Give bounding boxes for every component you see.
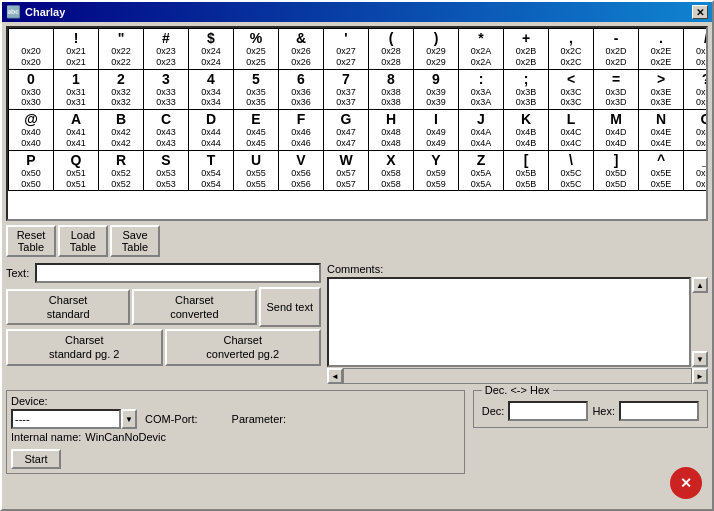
comments-scrollbar-down[interactable]: ▼: [692, 351, 708, 367]
char-cell[interactable]: U0x550x55: [234, 150, 279, 191]
dec-input[interactable]: [508, 401, 588, 421]
char-cell[interactable]: J0x4A0x4A: [459, 110, 504, 151]
main-window: 🔤 Charlay ✕ 0x200x20!0x210x21"0x220x22#0…: [0, 0, 714, 511]
char-cell[interactable]: G0x470x47: [324, 110, 369, 151]
char-cell[interactable]: ]0x5D0x5D: [594, 150, 639, 191]
close-button[interactable]: ✕: [692, 5, 708, 19]
char-cell[interactable]: /0x2F0x2F: [684, 29, 709, 70]
comments-scrollbar-right[interactable]: ►: [692, 368, 708, 384]
char-cell[interactable]: !0x210x21: [54, 29, 99, 70]
right-panel: Comments: ▲ ▼ ◄ ►: [327, 263, 708, 384]
char-cell[interactable]: A0x410x41: [54, 110, 99, 151]
char-cell[interactable]: F0x460x46: [279, 110, 324, 151]
char-cell[interactable]: Y0x590x59: [414, 150, 459, 191]
char-cell[interactable]: L0x4C0x4C: [549, 110, 594, 151]
char-cell[interactable]: O0x4F0x4F: [684, 110, 709, 151]
comments-scrollbar-track: [343, 368, 692, 384]
charset-converted-button[interactable]: Charset converted: [132, 289, 256, 326]
device-row: ▼ COM-Port: Parameter:: [11, 409, 460, 429]
char-cell[interactable]: +0x2B0x2B: [504, 29, 549, 70]
char-cell[interactable]: 20x320x32: [99, 69, 144, 110]
internal-name-label: Internal name:: [11, 431, 81, 443]
char-cell[interactable]: _0x5F0x5F: [684, 150, 709, 191]
char-cell[interactable]: 40x340x34: [189, 69, 234, 110]
char-cell[interactable]: ?0x3F0x3F: [684, 69, 709, 110]
char-cell[interactable]: N0x4E0x4E: [639, 110, 684, 151]
char-cell[interactable]: 50x350x35: [234, 69, 279, 110]
char-cell[interactable]: W0x570x57: [324, 150, 369, 191]
internal-name-value: WinCanNoDevic: [85, 431, 166, 443]
char-cell[interactable]: )0x290x29: [414, 29, 459, 70]
char-cell[interactable]: 70x370x37: [324, 69, 369, 110]
char-cell[interactable]: '0x270x27: [324, 29, 369, 70]
char-cell[interactable]: %0x250x25: [234, 29, 279, 70]
comments-textarea[interactable]: [327, 277, 691, 367]
char-cell[interactable]: Z0x5A0x5A: [459, 150, 504, 191]
comments-scrollbar-left[interactable]: ◄: [327, 368, 343, 384]
char-cell[interactable]: *0x2A0x2A: [459, 29, 504, 70]
char-cell[interactable]: 80x380x38: [369, 69, 414, 110]
char-cell[interactable]: <0x3C0x3C: [549, 69, 594, 110]
char-cell[interactable]: T0x540x54: [189, 150, 234, 191]
char-cell[interactable]: ,0x2C0x2C: [549, 29, 594, 70]
char-cell[interactable]: I0x490x49: [414, 110, 459, 151]
char-cell[interactable]: X0x580x58: [369, 150, 414, 191]
device-select[interactable]: [11, 409, 121, 429]
char-cell[interactable]: -0x2D0x2D: [594, 29, 639, 70]
char-cell[interactable]: 10x310x31: [54, 69, 99, 110]
char-cell[interactable]: ^0x5E0x5E: [639, 150, 684, 191]
char-cell[interactable]: (0x280x28: [369, 29, 414, 70]
char-cell[interactable]: D0x440x44: [189, 110, 234, 151]
char-cell[interactable]: K0x4B0x4B: [504, 110, 549, 151]
char-cell[interactable]: ;0x3B0x3B: [504, 69, 549, 110]
load-table-button[interactable]: LoadTable: [58, 225, 108, 257]
device-dropdown-button[interactable]: ▼: [121, 409, 137, 429]
char-cell[interactable]: @0x400x40: [9, 110, 54, 151]
char-cell[interactable]: 30x330x33: [144, 69, 189, 110]
charset-standard-pg2-button[interactable]: Charset standard pg. 2: [6, 329, 163, 366]
char-cell[interactable]: #0x230x23: [144, 29, 189, 70]
char-cell[interactable]: "0x220x22: [99, 29, 144, 70]
char-cell[interactable]: 60x360x36: [279, 69, 324, 110]
char-cell[interactable]: >0x3E0x3E: [639, 69, 684, 110]
char-cell[interactable]: S0x530x53: [144, 150, 189, 191]
charset-converted-pg2-button[interactable]: Charset converted pg.2: [165, 329, 322, 366]
internal-name-row: Internal name: WinCanNoDevic: [11, 431, 460, 443]
window-title: Charlay: [25, 6, 65, 18]
char-cell[interactable]: =0x3D0x3D: [594, 69, 639, 110]
char-cell[interactable]: 90x390x39: [414, 69, 459, 110]
char-cell[interactable]: 00x300x30: [9, 69, 54, 110]
char-cell[interactable]: P0x500x50: [9, 150, 54, 191]
char-cell[interactable]: $0x240x24: [189, 29, 234, 70]
com-port-label: COM-Port:: [145, 413, 198, 425]
char-cell[interactable]: 0x200x20: [9, 29, 54, 70]
char-cell[interactable]: E0x450x45: [234, 110, 279, 151]
hex-input[interactable]: [619, 401, 699, 421]
send-text-button[interactable]: Send text: [259, 287, 321, 327]
char-cell[interactable]: :0x3A0x3A: [459, 69, 504, 110]
char-cell[interactable]: H0x480x48: [369, 110, 414, 151]
char-cell[interactable]: B0x420x42: [99, 110, 144, 151]
dec-hex-title: Dec. <-> Hex: [482, 384, 553, 396]
char-cell[interactable]: &0x260x26: [279, 29, 324, 70]
charset-standard-button[interactable]: Charset standard: [6, 289, 130, 326]
char-cell[interactable]: \0x5C0x5C: [549, 150, 594, 191]
text-input[interactable]: [35, 263, 321, 283]
text-label: Text:: [6, 267, 31, 279]
close-circle-button[interactable]: ✕: [670, 467, 702, 499]
char-cell[interactable]: M0x4D0x4D: [594, 110, 639, 151]
toolbar: ResetTable LoadTable SaveTable: [6, 225, 708, 257]
reset-table-button[interactable]: ResetTable: [6, 225, 56, 257]
left-panel: Text: Charset standard Charset converted…: [6, 263, 321, 384]
char-cell[interactable]: C0x430x43: [144, 110, 189, 151]
char-cell[interactable]: .0x2E0x2E: [639, 29, 684, 70]
char-cell[interactable]: R0x520x52: [99, 150, 144, 191]
start-btn-wrapper: Start: [11, 449, 460, 469]
char-cell[interactable]: V0x560x56: [279, 150, 324, 191]
char-cell[interactable]: [0x5B0x5B: [504, 150, 549, 191]
comments-scrollbar-up[interactable]: ▲: [692, 277, 708, 293]
title-bar-text: 🔤 Charlay: [6, 5, 65, 19]
start-button[interactable]: Start: [11, 449, 61, 469]
save-table-button[interactable]: SaveTable: [110, 225, 160, 257]
char-cell[interactable]: Q0x510x51: [54, 150, 99, 191]
